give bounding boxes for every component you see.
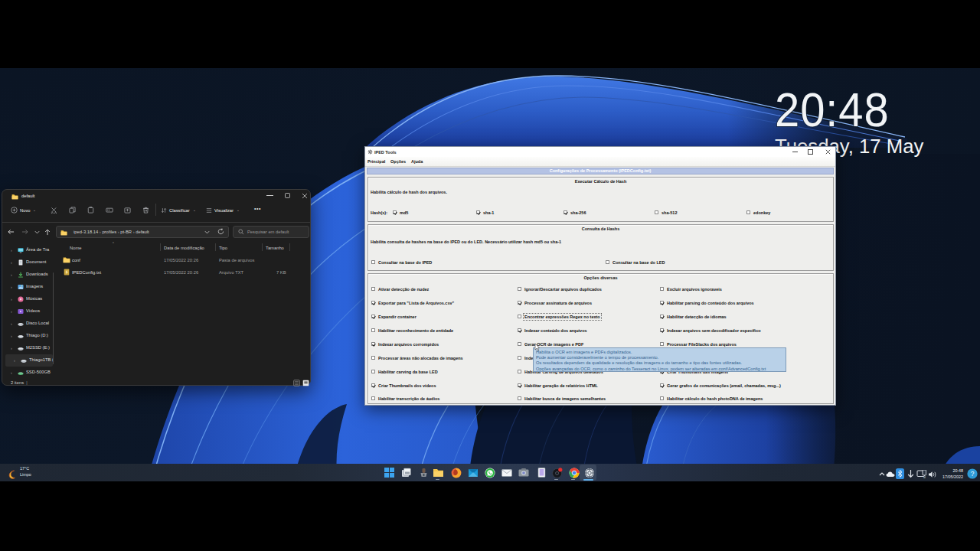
svg-text:?: ? bbox=[970, 470, 974, 478]
